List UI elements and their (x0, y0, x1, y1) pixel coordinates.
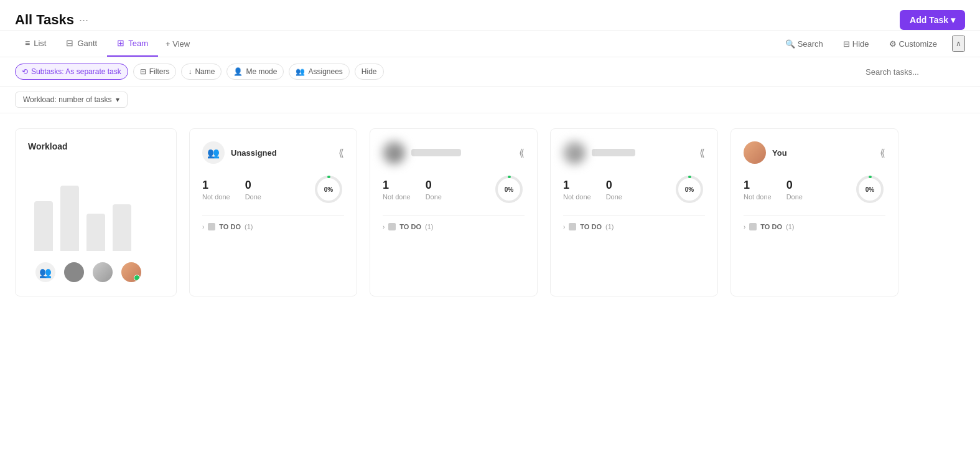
filters-button[interactable]: ⊟ Filters (133, 64, 177, 80)
customize-icon: ⚙ (889, 39, 897, 49)
assignees-label: Assignees (308, 67, 342, 76)
collapse-you-icon[interactable]: ⟪ (880, 147, 885, 159)
todo-label-you: TO DO (760, 223, 782, 230)
avatar-person2[interactable] (91, 261, 114, 283)
customize-tab-action[interactable]: ⚙ Customize (884, 37, 942, 51)
todo-chevron-you[interactable]: › (744, 224, 745, 230)
tab-list[interactable]: ≡ List (15, 31, 56, 57)
assignees-button[interactable]: 👥 Assignees (289, 64, 349, 80)
person-card-unassigned-header: 👥 Unassigned ⟪ (202, 141, 344, 164)
page-header: All Tasks ··· Add Task ▾ (0, 0, 980, 31)
bar-col-3 (86, 214, 105, 251)
tab-gantt[interactable]: ⊟ Gantt (56, 31, 107, 57)
subtasks-label: Subtasks: As separate task (31, 67, 121, 76)
stat-done-you: 0 Done (786, 179, 803, 201)
person-name-you: You (772, 148, 787, 158)
person-name-3 (592, 149, 635, 156)
person-info-2 (383, 141, 461, 164)
list-icon: ≡ (25, 38, 30, 48)
add-view-label: + View (166, 39, 190, 49)
not-done-label-3: Not done (563, 193, 591, 201)
name-label: Name (195, 67, 215, 76)
assignees-icon: 👥 (296, 67, 305, 76)
add-task-dropdown-arrow: ▾ (951, 15, 955, 25)
tabs-collapse-button[interactable]: ∧ (952, 36, 965, 52)
hide-tab-action[interactable]: ⊟ Hide (838, 37, 874, 51)
add-view-button[interactable]: + View (158, 32, 197, 56)
done-label-you: Done (786, 193, 803, 201)
team-icon: ⊞ (117, 38, 124, 48)
divider-3 (563, 215, 705, 216)
stat-not-done-3: 1 Not done (563, 179, 591, 201)
person-info-unassigned: 👥 Unassigned (202, 141, 277, 164)
todo-section-unassigned: › TO DO (1) (202, 223, 344, 230)
todo-icon-3 (569, 223, 576, 230)
progress-text-3: 0% (685, 186, 694, 193)
bar-col-2 (60, 186, 79, 251)
person-card-you-header: You ⟪ (744, 141, 885, 164)
subtasks-button[interactable]: ⟲ Subtasks: As separate task (15, 64, 128, 80)
avatar-you-card (744, 141, 766, 164)
todo-count-3: (1) (605, 223, 614, 230)
tabs-right-actions: 🔍 Search ⊟ Hide ⚙ Customize ∧ (780, 36, 965, 52)
progress-text-unassigned: 0% (324, 186, 333, 193)
filters-label: Filters (149, 67, 170, 76)
todo-section-2: › TO DO (1) (383, 223, 525, 230)
avatar-you[interactable] (120, 261, 142, 283)
search-label: Search (798, 39, 823, 49)
progress-text-you: 0% (866, 186, 874, 193)
todo-count-unassigned: (1) (245, 223, 253, 230)
more-options-button[interactable]: ··· (79, 14, 88, 27)
person-name-2 (411, 149, 461, 156)
search-tasks-input[interactable] (866, 67, 965, 77)
workload-chevron-icon: ▾ (116, 95, 119, 104)
tab-list-label: List (34, 39, 46, 48)
bar-2 (60, 186, 79, 251)
not-done-number-3: 1 (563, 179, 591, 192)
not-done-label-you: Not done (744, 193, 772, 201)
collapse-3-icon[interactable]: ⟪ (699, 147, 705, 159)
search-tab-action[interactable]: 🔍 Search (780, 37, 828, 51)
progress-circle-2: 0% (493, 174, 525, 205)
todo-icon-you (749, 223, 757, 230)
workload-dropdown[interactable]: Workload: number of tasks ▾ (15, 92, 128, 108)
me-mode-label: Me mode (246, 67, 277, 76)
todo-chevron-3[interactable]: › (563, 224, 565, 230)
person-card-unassigned: 👥 Unassigned ⟪ 1 Not done 0 Done (189, 128, 357, 296)
gantt-icon: ⊟ (66, 38, 73, 48)
person-card-you: You ⟪ 1 Not done 0 Done 0% (730, 128, 898, 296)
todo-label-2: TO DO (399, 223, 421, 230)
name-button[interactable]: ↓ Name (181, 64, 222, 80)
bar-col-4 (113, 204, 131, 251)
collapse-2-icon[interactable]: ⟪ (519, 147, 525, 159)
collapse-unassigned-icon[interactable]: ⟪ (338, 147, 344, 159)
avatar-unassigned-card: 👥 (202, 141, 225, 164)
todo-chevron-unassigned[interactable]: › (202, 224, 204, 230)
divider-unassigned (202, 215, 344, 216)
done-number-unassigned: 0 (245, 179, 261, 192)
todo-icon-2 (388, 223, 396, 230)
hide-icon: ⊟ (843, 39, 850, 49)
stat-group-2: 1 Not done 0 Done (383, 179, 442, 201)
filters-icon: ⊟ (140, 67, 146, 76)
hide-button[interactable]: Hide (355, 64, 384, 80)
done-label-unassigned: Done (245, 193, 261, 201)
workload-chart-title: Workload (28, 141, 164, 151)
avatar-person2-card (383, 141, 405, 164)
person-info-you: You (744, 141, 787, 164)
avatar-unassigned[interactable]: 👥 (34, 261, 57, 283)
stat-group-3: 1 Not done 0 Done (563, 179, 622, 201)
add-task-button[interactable]: Add Task ▾ (900, 10, 965, 30)
tab-team[interactable]: ⊞ Team (107, 31, 158, 57)
me-mode-button[interactable]: 👤 Me mode (226, 64, 284, 80)
avatar-person3-card (563, 141, 586, 164)
todo-chevron-2[interactable]: › (383, 224, 385, 230)
avatar-person1[interactable] (63, 261, 85, 283)
workload-chart-card: Workload 👥 (15, 128, 177, 296)
person-card-3-header: ⟪ (563, 141, 705, 164)
stat-not-done-2: 1 Not done (383, 179, 411, 201)
bar-3 (86, 214, 105, 251)
progress-circle-3: 0% (674, 174, 705, 205)
todo-icon-unassigned (208, 223, 215, 230)
divider-you (744, 215, 885, 216)
